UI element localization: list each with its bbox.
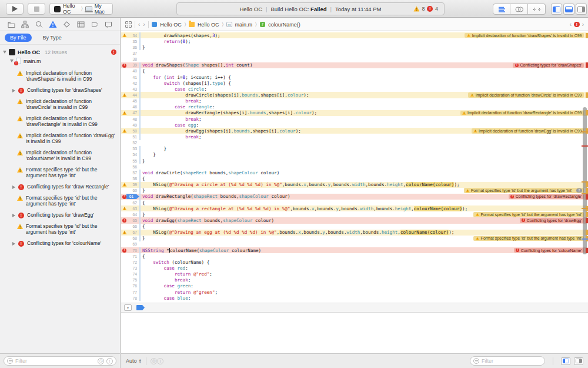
issue-list-item[interactable]: Format specifies type 'id' but the argum… — [0, 164, 120, 181]
code-line[interactable]: 36} — [121, 44, 588, 50]
navigator-toggle-button[interactable] — [551, 4, 562, 15]
line-gutter[interactable]: 56 — [121, 164, 139, 170]
line-gutter[interactable]: 39 — [121, 62, 139, 68]
line-gutter[interactable]: 35 — [121, 38, 139, 44]
code-line[interactable]: 56 — [121, 164, 588, 170]
line-gutter[interactable]: 42 — [121, 80, 139, 86]
code-line[interactable]: 34 drawShapes(shapes,3);Implicit declara… — [121, 32, 588, 38]
hide-debug-area-button[interactable]: ▾ — [124, 304, 132, 311]
line-gutter[interactable]: 49 — [121, 122, 139, 128]
line-gutter[interactable]: 63 — [121, 205, 139, 211]
source-control-tab[interactable] — [21, 20, 30, 29]
error-count[interactable]: 4 — [435, 6, 438, 12]
gutter-warning-icon[interactable] — [122, 207, 127, 211]
issue-list-item[interactable]: Conflicting types for 'colourName' — [0, 237, 120, 248]
line-gutter[interactable]: 77 — [121, 289, 139, 295]
line-gutter[interactable]: 72 — [121, 259, 139, 265]
line-gutter[interactable]: 38 — [121, 57, 139, 62]
line-gutter[interactable]: 68 — [121, 236, 139, 241]
breakpoint-navigator-tab[interactable] — [90, 20, 99, 29]
line-gutter[interactable]: 67 — [121, 230, 139, 236]
issue-list-item[interactable]: Conflicting types for 'drawEgg' — [0, 209, 120, 220]
line-gutter[interactable]: 47 — [121, 110, 139, 116]
issue-annotation[interactable]: Format specifies type 'id' but the argum… — [473, 236, 584, 241]
previous-issue-button[interactable]: ‹ — [570, 21, 572, 28]
line-gutter[interactable]: 64 — [121, 211, 139, 217]
variables-view-scope-popup[interactable]: Auto ▲▼ — [126, 358, 142, 364]
breadcrumb-folder[interactable]: Hello OC — [198, 22, 219, 28]
gutter-error-icon[interactable] — [122, 195, 126, 199]
code-line[interactable]: 51 break; — [121, 134, 588, 140]
gutter-warning-icon[interactable] — [122, 111, 127, 115]
issue-annotation[interactable]: Conflicting types for 'colourName' — [514, 248, 584, 253]
line-gutter[interactable]: 44 — [121, 92, 139, 98]
line-gutter[interactable]: 43 — [121, 86, 139, 92]
disclosure-triangle-icon[interactable] — [3, 51, 6, 54]
line-gutter[interactable]: 52 — [121, 140, 139, 146]
run-button[interactable] — [6, 3, 24, 15]
line-gutter[interactable]: 41 — [121, 74, 139, 80]
debug-area-toggle-button[interactable] — [563, 4, 574, 15]
gutter-warning-icon[interactable] — [122, 34, 127, 38]
warning-icon[interactable] — [413, 6, 419, 12]
line-gutter[interactable]: 70 — [121, 247, 139, 253]
code-line[interactable]: 72 switch (colourName) { — [121, 259, 588, 265]
code-line[interactable]: 57void drawCirle(shapeRect bounds,shapeC… — [121, 170, 588, 175]
gutter-error-icon[interactable] — [122, 248, 126, 253]
disclosure-triangle-icon[interactable] — [12, 214, 15, 217]
debug-navigator-tab[interactable] — [76, 20, 86, 29]
line-gutter[interactable]: 50 — [121, 128, 139, 134]
breadcrumb-project[interactable]: Hello OC — [160, 22, 182, 28]
code-editor[interactable]: 34 drawShapes(shapes,3);Implicit declara… — [121, 31, 588, 303]
gutter-error-icon[interactable] — [122, 218, 126, 223]
info-icon[interactable]: i — [157, 358, 163, 364]
error-icon[interactable] — [427, 6, 433, 12]
assistant-editor-button[interactable] — [510, 4, 528, 15]
code-line[interactable]: 73 case red: — [121, 265, 588, 271]
variables-view-toggle[interactable] — [561, 357, 570, 365]
line-gutter[interactable]: 58 — [121, 175, 139, 181]
scheme-selector[interactable]: Hello OC 〉 My Mac — [49, 3, 113, 15]
code-line[interactable]: 68}Format specifies type 'id' but the ar… — [121, 236, 588, 241]
issue-list-item[interactable]: Format specifies type 'id' but the argum… — [0, 220, 120, 237]
disclosure-triangle-icon[interactable] — [12, 242, 15, 246]
line-gutter[interactable]: 51 — [121, 134, 139, 140]
code-line[interactable]: 63 NSLog(@"Drawing a rectangle at (%d %d… — [121, 205, 588, 211]
gutter-warning-icon[interactable] — [122, 93, 127, 97]
next-issue-button[interactable]: › — [582, 21, 584, 28]
code-line[interactable]: 75 break; — [121, 277, 588, 283]
line-gutter[interactable]: 53 — [121, 146, 139, 152]
project-navigator-tab[interactable] — [6, 20, 16, 29]
code-line[interactable]: 78 case blue: — [121, 295, 588, 301]
breakpoints-enable-button[interactable] — [136, 305, 145, 310]
code-line[interactable]: 55} — [121, 158, 588, 164]
code-line[interactable]: 61void drawRectangle(shapeRect bounds,sh… — [121, 194, 588, 200]
console-view-toggle[interactable] — [574, 357, 583, 365]
code-line[interactable]: 43 case circle: — [121, 86, 588, 92]
issue-list-item[interactable]: Implicit declaration of function 'drawCi… — [0, 95, 120, 112]
disclosure-triangle-icon[interactable] — [12, 185, 15, 189]
line-gutter[interactable]: 36 — [121, 44, 139, 50]
code-line[interactable]: 48 break; — [121, 116, 588, 122]
disclosure-triangle-icon[interactable] — [10, 59, 14, 62]
code-line[interactable]: 74 return @"red"; — [121, 271, 588, 277]
code-line[interactable]: 52 — [121, 140, 588, 146]
code-line[interactable]: 47 drawRectangle(shapes[i].bounds,shapes… — [121, 110, 588, 116]
line-gutter[interactable]: 37 — [121, 50, 139, 56]
line-gutter[interactable]: 62 — [121, 200, 139, 205]
issue-list-item[interactable]: Conflicting types for 'draw Rectangle' — [0, 181, 120, 192]
back-button[interactable]: ‹ — [138, 21, 140, 28]
disclosure-triangle-icon[interactable] — [12, 89, 15, 92]
line-gutter[interactable]: 48 — [121, 116, 139, 122]
code-line[interactable]: 37 — [121, 50, 588, 56]
line-gutter[interactable]: 46 — [121, 104, 139, 110]
issue-list-item[interactable]: Implicit declaration of function 'drawSh… — [0, 67, 120, 84]
line-gutter[interactable]: 78 — [121, 295, 139, 301]
line-gutter[interactable]: 55 — [121, 158, 139, 164]
issue-list-item[interactable]: Implicit declaration of function 'drawRe… — [0, 112, 120, 130]
line-gutter[interactable]: 66 — [121, 224, 139, 230]
code-line[interactable]: 76 case green: — [121, 283, 588, 289]
test-navigator-tab[interactable] — [62, 20, 72, 29]
project-row[interactable]: Hello OC 12 issues — [0, 48, 120, 57]
code-line[interactable]: 69 — [121, 241, 588, 247]
